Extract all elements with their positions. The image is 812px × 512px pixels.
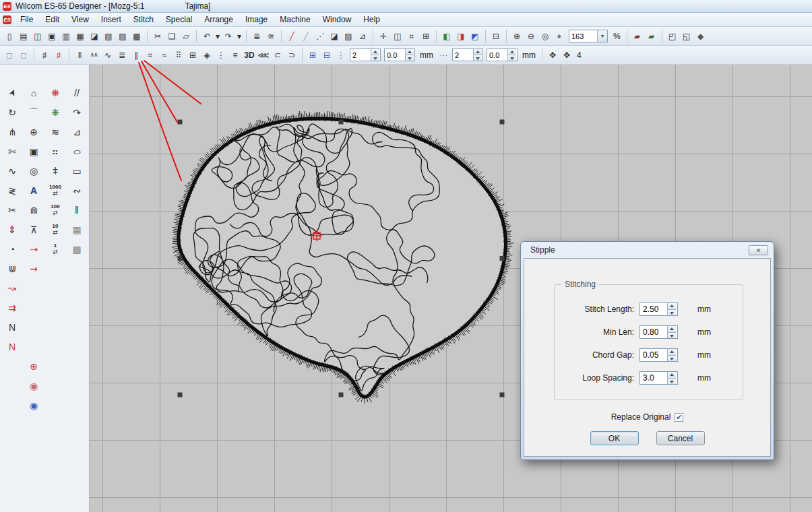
design-workflow-icon[interactable]: ▨ bbox=[116, 29, 129, 43]
flag-tool[interactable]: ⊿ bbox=[66, 123, 88, 141]
menu-view[interactable]: View bbox=[65, 13, 95, 26]
satin-stitch-icon[interactable]: ≣ bbox=[115, 48, 129, 62]
slow-redraw-icon[interactable]: ≋ bbox=[264, 29, 278, 43]
menu-help[interactable]: Help bbox=[357, 13, 386, 26]
spacing-icon[interactable]: ⋯ bbox=[437, 48, 450, 62]
program-split-icon[interactable]: ⌗ bbox=[144, 48, 157, 62]
scissors-tool[interactable]: ✂ bbox=[1, 201, 23, 219]
motif-fill-icon[interactable]: ≈ bbox=[158, 48, 171, 62]
run-stitch-icon[interactable]: ||| bbox=[73, 48, 86, 62]
dots-icon[interactable]: ⋮ bbox=[334, 48, 348, 62]
frame-next-icon[interactable]: ◻ bbox=[17, 48, 30, 62]
fill-step-icon[interactable]: ⊿ bbox=[356, 29, 369, 43]
stitch-length-field-spin-up-icon[interactable] bbox=[668, 303, 676, 309]
globe-tool[interactable]: ⊕ bbox=[23, 123, 44, 141]
frame-prev-icon[interactable]: ◻ bbox=[3, 48, 16, 62]
fill-dot-icon[interactable]: ⋰ bbox=[313, 29, 327, 43]
menu-arrange[interactable]: Arrange bbox=[198, 13, 239, 26]
team-names-tool[interactable]: ⋒ bbox=[23, 201, 44, 219]
3d-effects-icon[interactable]: 3D bbox=[243, 48, 256, 62]
offset-field-spin-up-icon[interactable] bbox=[406, 49, 414, 55]
stitch-length-field-input[interactable] bbox=[640, 303, 667, 315]
redo-icon[interactable]: ↷ bbox=[222, 29, 235, 43]
stitch-1000-tool[interactable]: 1000⇄ bbox=[44, 181, 66, 199]
knife-tool[interactable]: ✄ bbox=[1, 142, 23, 160]
hoop-icon[interactable]: ▰ bbox=[645, 29, 658, 43]
stitch-arrow-a-tool[interactable]: ⇝ bbox=[23, 259, 44, 278]
export-icon[interactable]: ◪ bbox=[88, 29, 101, 43]
flexi-split-icon[interactable]: ≡ bbox=[228, 48, 242, 62]
triple-run-icon[interactable]: ∧∧ bbox=[87, 48, 100, 62]
polygon-select-tool[interactable]: ⌂ bbox=[23, 84, 44, 102]
stitch-player-icon[interactable]: ≣ bbox=[250, 29, 263, 43]
overlap-icon[interactable]: ⊡ bbox=[489, 29, 503, 43]
wave-tool[interactable]: ≷ bbox=[1, 181, 23, 199]
new-icon[interactable]: ▯ bbox=[3, 29, 16, 43]
ok-button[interactable]: OK bbox=[590, 431, 639, 445]
fill-red-icon[interactable]: ╱ bbox=[285, 29, 299, 43]
stitch-arrow-b-tool[interactable]: ↝ bbox=[1, 279, 23, 297]
lettering-tool[interactable]: A bbox=[23, 181, 44, 199]
fan-tool[interactable]: ◔ bbox=[1, 240, 23, 258]
dome-tool[interactable]: ⌒ bbox=[23, 103, 44, 121]
cancel-button[interactable]: Cancel bbox=[656, 431, 705, 445]
save-as-icon[interactable]: ▣ bbox=[45, 29, 59, 43]
satin-band-tool[interactable]: ≋ bbox=[44, 123, 66, 141]
gap-field-spin-down-icon[interactable] bbox=[508, 55, 516, 61]
dialog-title-bar[interactable]: Stipple ✕ bbox=[524, 242, 771, 258]
stitch-10-tool[interactable]: 10⇄ bbox=[44, 220, 66, 238]
offset-field-input[interactable] bbox=[385, 49, 405, 61]
menu-file[interactable]: File bbox=[14, 13, 39, 26]
target-tool[interactable]: ◉ bbox=[23, 377, 44, 395]
replace-original-checkbox[interactable]: ✔ bbox=[675, 413, 683, 422]
offset-field[interactable] bbox=[384, 49, 415, 61]
menu-machine[interactable]: Machine bbox=[274, 13, 316, 26]
min-len-field-spin-up-icon[interactable] bbox=[668, 326, 676, 332]
contour-fill-icon[interactable]: ◈ bbox=[200, 48, 214, 62]
target-blue-tool[interactable]: ◉ bbox=[23, 396, 44, 414]
outline-box-icon[interactable]: ◫ bbox=[391, 29, 404, 43]
zoom-window-icon[interactable]: ◎ bbox=[538, 29, 552, 43]
document-logo-icon[interactable]: ES bbox=[3, 15, 11, 24]
stitch-length-field[interactable] bbox=[639, 302, 678, 316]
stamp-tool[interactable]: ▣ bbox=[23, 142, 44, 160]
target-plus-tool[interactable]: ⊕ bbox=[23, 357, 44, 375]
chord-gap-field[interactable] bbox=[639, 348, 678, 362]
chord-gap-field-spin-down-icon[interactable] bbox=[668, 355, 676, 362]
shoe-tool[interactable]: ∾ bbox=[66, 181, 88, 199]
count-field-spin-up-icon[interactable] bbox=[474, 49, 482, 55]
tatami-fill-icon[interactable]: ∥ bbox=[129, 48, 143, 62]
save-icon[interactable]: ◫ bbox=[31, 29, 44, 43]
loop-spacing-field-input[interactable] bbox=[640, 372, 667, 384]
dialog-close-button[interactable]: ✕ bbox=[749, 245, 768, 255]
nudge-field-input[interactable] bbox=[350, 49, 371, 61]
print-icon[interactable]: ▥ bbox=[59, 29, 73, 43]
zigzag-tool[interactable]: ∿ bbox=[1, 162, 23, 180]
motif-run-icon[interactable]: ∿ bbox=[101, 48, 115, 62]
column-stitch-icon[interactable]: ⋮ bbox=[214, 48, 228, 62]
grid-fill-icon[interactable]: ⊞ bbox=[419, 29, 433, 43]
stipple-fill-icon[interactable]: ⠿ bbox=[172, 48, 185, 62]
carving-tool[interactable]: ⊼ bbox=[23, 220, 44, 238]
count-field[interactable] bbox=[452, 49, 483, 61]
count-field-input[interactable] bbox=[453, 49, 473, 61]
gap-field-spin-up-icon[interactable] bbox=[508, 49, 516, 55]
image-blue-icon[interactable]: ◩ bbox=[468, 29, 482, 43]
zoom-1to1-icon[interactable]: ⌖ bbox=[553, 29, 566, 43]
donut-tool[interactable]: ◎ bbox=[23, 162, 44, 180]
menu-stitch[interactable]: Stitch bbox=[127, 13, 160, 26]
branch-tool[interactable]: ⋔ bbox=[1, 123, 23, 141]
dots-digitize-tool[interactable]: ⠶ bbox=[44, 142, 66, 160]
chord-gap-field-input[interactable] bbox=[640, 349, 667, 361]
arc-tool[interactable]: ↷ bbox=[66, 103, 88, 121]
flower-tool[interactable]: ❋ bbox=[44, 84, 66, 102]
mesh-icon[interactable]: ⌗ bbox=[405, 29, 418, 43]
stitch-length-field-spin-down-icon[interactable] bbox=[668, 309, 676, 316]
undo-icon[interactable]: ↶ bbox=[200, 29, 214, 43]
show-grid-icon[interactable]: ◰ bbox=[666, 29, 679, 43]
loop-spacing-field-spin-down-icon[interactable] bbox=[668, 378, 676, 385]
fill-white-icon[interactable]: ╱ bbox=[299, 29, 313, 43]
nudge-field[interactable] bbox=[350, 49, 381, 61]
nudge-field-spin-down-icon[interactable] bbox=[371, 55, 379, 61]
grid-show-icon[interactable]: ⊟ bbox=[320, 48, 334, 62]
